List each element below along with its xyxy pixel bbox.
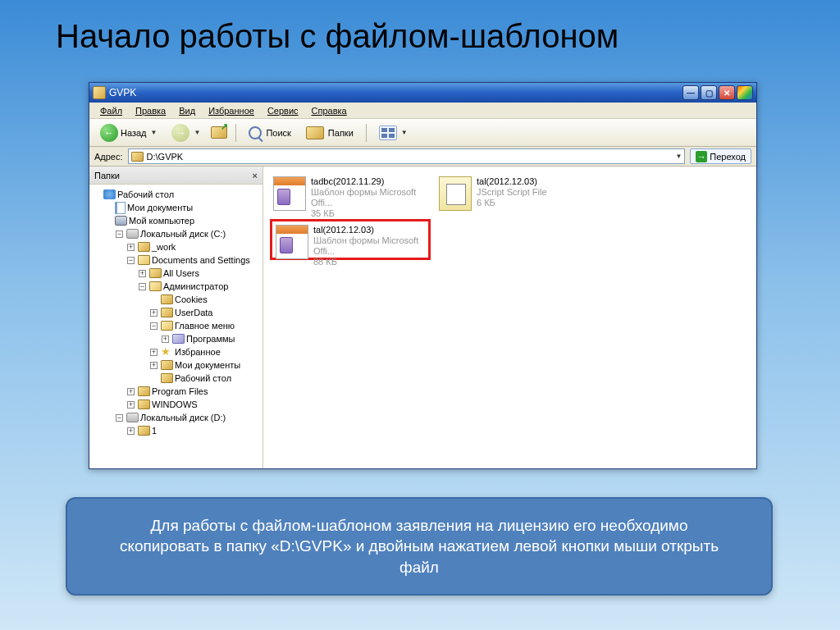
menu-help[interactable]: Справка [306,104,353,117]
tree-item[interactable]: Рабочий стол [91,372,261,385]
collapse-icon[interactable]: − [116,414,123,422]
address-input[interactable]: D:\GVPK ▼ [128,148,686,164]
expand-icon[interactable]: + [150,362,158,369]
mydocs-icon [115,202,126,214]
file-meta: tal(2012.12.03)Шаблон формы Microsoft Of… [313,225,425,267]
chevron-down-icon[interactable]: ▼ [675,153,682,160]
back-button[interactable]: ← Назад ▼ [94,122,162,144]
tree-item[interactable]: −Локальный диск (D:) [91,411,261,424]
menu-file[interactable]: Файл [94,104,128,117]
file-type: Шаблон формы Microsoft Offi... [311,187,427,208]
views-button[interactable]: ▼ [373,122,413,144]
tree-item-label: Локальный диск (C:) [140,229,226,239]
up-button[interactable]: ↗ [209,123,229,143]
file-name: tadbc(2012.11.29) [311,176,427,187]
close-button[interactable]: ✕ [719,85,735,100]
file-type: Шаблон формы Microsoft Offi... [313,235,425,257]
tree-item[interactable]: −Главное меню [91,319,261,332]
expand-icon[interactable]: + [127,388,135,395]
file-size: 88 КБ [313,257,425,267]
folder-icon [161,360,173,370]
tree-item-label: Мои документы [127,203,193,212]
instruction-text: Для работы с файлом-шаблоном заявления н… [105,515,733,578]
collapse-icon[interactable]: − [139,283,146,290]
search-button[interactable]: Поиск [243,122,296,144]
tree-item[interactable]: +Мои документы [91,358,261,372]
folders-pane-header: Папки × [89,167,262,185]
folders-button[interactable]: Папки [300,122,359,144]
tree-item[interactable]: +Программы [91,332,261,345]
folder-icon [138,242,150,252]
tree-item[interactable]: +★Избранное [91,345,261,358]
script-file-icon [439,176,472,211]
spacer [104,204,112,212]
form-template-icon [276,225,308,259]
tree-item-label: Главное меню [175,321,235,331]
file-tile[interactable]: tal(2012.12.03)JScript Script File6 КБ [436,173,596,214]
separator [366,124,367,142]
tree-item-label: All Users [163,268,199,278]
tree-item-label: Рабочий стол [175,373,231,383]
tree-item[interactable]: Мой компьютер [91,214,261,227]
tree-item[interactable]: +1 [91,424,261,437]
close-pane-button[interactable]: × [253,171,258,180]
collapse-icon[interactable]: − [127,257,135,264]
maximize-button[interactable]: ▢ [701,85,717,100]
tree-item[interactable]: Cookies [91,293,261,306]
collapse-icon[interactable]: − [150,322,158,330]
minimize-button[interactable]: — [682,85,699,100]
file-tile[interactable]: tal(2012.12.03)Шаблон формы Microsoft Of… [270,219,431,260]
tree-item-label: Программы [186,334,235,344]
tree-item[interactable]: +WINDOWS [91,398,261,411]
instruction-callout: Для работы с файлом-шаблоном заявления н… [66,497,773,596]
forward-button[interactable]: → ▼ [166,122,206,144]
tree-item[interactable]: −Администратор [91,280,261,293]
expand-icon[interactable]: + [150,349,158,356]
search-icon [249,126,262,139]
views-icon [379,126,397,140]
go-button[interactable]: → Переход [690,148,751,164]
address-label: Адрес: [94,152,123,162]
tree-item[interactable]: −Локальный диск (C:) [91,227,261,240]
file-name: tal(2012.12.03) [313,225,425,235]
go-label: Переход [710,152,746,162]
expand-icon[interactable]: + [127,401,135,409]
file-name: tal(2012.12.03) [477,176,547,187]
file-tile[interactable]: tadbc(2012.11.29)Шаблон формы Microsoft … [270,173,431,214]
menu-tools[interactable]: Сервис [262,104,304,117]
folder-icon [138,426,150,436]
address-path: D:\GVPK [147,152,671,162]
expand-icon[interactable]: + [139,270,146,277]
expand-icon[interactable]: + [127,427,135,435]
chevron-down-icon: ▼ [194,129,200,136]
menu-view[interactable]: Вид [173,104,201,117]
folder-icon [306,126,324,139]
expand-icon[interactable]: + [162,336,169,343]
menubar: Файл Правка Вид Избранное Сервис Справка [89,103,756,119]
tree-item[interactable]: Мои документы [91,201,261,214]
tree-item[interactable]: +All Users [91,267,261,280]
menu-favorites[interactable]: Избранное [203,104,260,117]
chevron-down-icon: ▼ [151,129,158,136]
menu-edit[interactable]: Правка [130,104,171,117]
folder-icon [161,308,173,317]
expand-icon[interactable]: + [127,244,135,251]
folders-label: Папки [328,128,354,138]
tree-item[interactable]: −Documents and Settings [91,253,261,267]
toolbar: ← Назад ▼ → ▼ ↗ Поиск Папки ▼ [89,119,756,147]
back-icon: ← [100,124,118,142]
file-meta: tal(2012.12.03)JScript Script File6 КБ [477,176,547,208]
file-list[interactable]: tadbc(2012.11.29)Шаблон формы Microsoft … [263,167,756,468]
titlebar[interactable]: GVPK — ▢ ✕ [89,83,756,103]
tree-item-label: 1 [152,426,157,436]
folder-o-icon [138,255,150,265]
tree-item[interactable]: +UserData [91,306,261,319]
disk-icon [126,413,139,422]
expand-icon[interactable]: + [150,309,158,317]
tree-item-label: Program Files [152,386,208,396]
tree-item[interactable]: Рабочий стол [91,188,261,201]
folder-tree[interactable]: Рабочий столМои документыМой компьютер−Л… [89,185,262,468]
tree-item[interactable]: +Program Files [91,385,261,398]
collapse-icon[interactable]: − [116,231,123,238]
tree-item[interactable]: +_work [91,240,261,253]
